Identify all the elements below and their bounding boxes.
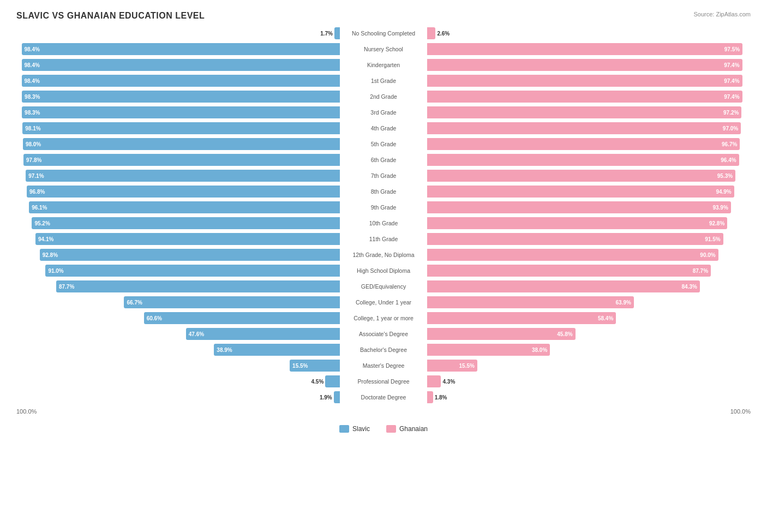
slavic-value: 95.2% xyxy=(32,220,50,226)
slavic-value: 38.9% xyxy=(214,347,232,353)
slavic-value: 98.4% xyxy=(22,46,40,52)
slavic-bar: 95.2% xyxy=(32,217,340,229)
legend: Slavic Ghanaian xyxy=(16,425,751,433)
bar-row: 98.0%5th Grade96.7% xyxy=(16,137,751,151)
slavic-value: 1.9% xyxy=(320,394,332,401)
ghanaian-bar: 97.2% xyxy=(427,106,741,118)
bar-row: 94.1%11th Grade91.5% xyxy=(16,232,751,246)
ghanaian-bar: 2.6% xyxy=(427,27,435,39)
slavic-value: 98.4% xyxy=(22,62,40,68)
ghanaian-bar: 94.9% xyxy=(427,186,734,198)
slavic-bar: 66.7% xyxy=(124,296,340,308)
slavic-bar: 98.1% xyxy=(22,122,340,134)
ghanaian-value: 38.0% xyxy=(532,347,550,353)
source-text: Source: ZipAtlas.com xyxy=(693,11,751,17)
ghanaian-value: 97.5% xyxy=(724,46,742,52)
slavic-value: 98.1% xyxy=(22,125,40,131)
ghanaian-bar: 63.9% xyxy=(427,296,634,308)
bar-label: 10th Grade xyxy=(340,220,427,226)
legend-slavic-box xyxy=(339,425,349,433)
slavic-bar: 98.4% xyxy=(22,59,340,71)
slavic-bar: 87.7% xyxy=(56,280,340,292)
slavic-bar: 91.0% xyxy=(45,265,340,277)
bar-row: 98.4%Nursery School97.5% xyxy=(16,42,751,56)
bar-label: 5th Grade xyxy=(340,141,427,147)
ghanaian-bar: 1.8% xyxy=(427,391,433,403)
slavic-bar: 38.9% xyxy=(214,344,340,356)
slavic-value: 15.5% xyxy=(290,363,308,369)
ghanaian-value: 63.9% xyxy=(616,300,634,306)
bar-label: Master's Degree xyxy=(340,362,427,369)
bar-row: 66.7%College, Under 1 year63.9% xyxy=(16,295,751,309)
bar-label: 11th Grade xyxy=(340,236,427,242)
bar-label: No Schooling Completed xyxy=(340,30,427,37)
bars-area: 1.7%No Schooling Completed2.6%98.4%Nurse… xyxy=(16,26,751,404)
legend-slavic-label: Slavic xyxy=(352,425,370,433)
slavic-bar: 1.7% xyxy=(334,27,340,39)
ghanaian-value: 93.9% xyxy=(712,205,730,211)
bar-row: 95.2%10th Grade92.8% xyxy=(16,216,751,230)
slavic-bar: 97.1% xyxy=(26,170,340,182)
slavic-bar: 98.4% xyxy=(22,75,340,87)
bar-label: 9th Grade xyxy=(340,204,427,211)
slavic-value: 66.7% xyxy=(124,300,142,306)
bar-row: 98.4%Kindergarten97.4% xyxy=(16,58,751,72)
ghanaian-bar: 97.4% xyxy=(427,59,742,71)
bar-label: College, 1 year or more xyxy=(340,315,427,321)
ghanaian-bar: 87.7% xyxy=(427,265,711,277)
slavic-bar: 98.4% xyxy=(22,43,340,55)
slavic-bar: 98.3% xyxy=(22,91,340,103)
slavic-value: 98.3% xyxy=(22,94,40,100)
bar-row: 98.3%2nd Grade97.4% xyxy=(16,89,751,104)
slavic-value: 1.7% xyxy=(320,31,333,37)
ghanaian-value: 96.7% xyxy=(722,141,740,147)
bar-row: 87.7%GED/Equivalency84.3% xyxy=(16,279,751,294)
bar-label: 7th Grade xyxy=(340,172,427,179)
slavic-value: 98.4% xyxy=(22,78,40,84)
ghanaian-bar: 84.3% xyxy=(427,280,700,292)
ghanaian-bar: 58.4% xyxy=(427,312,616,324)
slavic-bar: 4.5% xyxy=(325,375,340,387)
ghanaian-bar: 97.4% xyxy=(427,91,742,103)
ghanaian-value: 97.4% xyxy=(724,94,742,100)
ghanaian-value: 45.8% xyxy=(557,331,575,337)
ghanaian-value: 95.3% xyxy=(717,173,735,179)
ghanaian-value: 94.9% xyxy=(716,189,734,195)
bar-row: 38.9%Bachelor's Degree38.0% xyxy=(16,343,751,357)
bar-label: Kindergarten xyxy=(340,62,427,68)
ghanaian-value: 58.4% xyxy=(598,315,616,321)
bar-label: Bachelor's Degree xyxy=(340,346,427,353)
slavic-bar: 47.6% xyxy=(186,328,340,340)
slavic-bar: 97.8% xyxy=(23,154,340,166)
bar-label: 1st Grade xyxy=(340,77,427,84)
ghanaian-value: 4.3% xyxy=(442,379,455,385)
slavic-bar: 96.8% xyxy=(27,186,340,198)
bar-row: 4.5%Professional Degree4.3% xyxy=(16,374,751,388)
slavic-value: 60.6% xyxy=(144,315,162,321)
bar-label: 6th Grade xyxy=(340,157,427,163)
bar-label: Nursery School xyxy=(340,46,427,52)
legend-ghanaian: Ghanaian xyxy=(386,425,428,433)
slavic-value: 94.1% xyxy=(35,236,53,242)
ghanaian-bar: 96.4% xyxy=(427,154,739,166)
bar-label: Doctorate Degree xyxy=(340,394,427,401)
ghanaian-bar: 91.5% xyxy=(427,233,723,245)
slavic-value: 92.8% xyxy=(40,252,58,258)
bar-row: 91.0%High School Diploma87.7% xyxy=(16,264,751,278)
slavic-bar: 96.1% xyxy=(29,201,340,213)
bar-label: Associate's Degree xyxy=(340,331,427,337)
slavic-bar: 15.5% xyxy=(290,360,340,372)
bar-row: 15.5%Master's Degree15.5% xyxy=(16,358,751,373)
ghanaian-bar: 96.7% xyxy=(427,138,740,150)
slavic-value: 4.5% xyxy=(311,379,324,385)
slavic-value: 96.1% xyxy=(29,205,47,211)
legend-ghanaian-box xyxy=(386,425,396,433)
bar-row: 92.8%12th Grade, No Diploma90.0% xyxy=(16,248,751,262)
slavic-value: 98.3% xyxy=(22,110,40,116)
bar-row: 60.6%College, 1 year or more58.4% xyxy=(16,311,751,325)
bar-row: 98.1%4th Grade97.0% xyxy=(16,121,751,135)
bar-row: 97.8%6th Grade96.4% xyxy=(16,153,751,167)
ghanaian-value: 97.2% xyxy=(723,110,741,116)
slavic-bar: 60.6% xyxy=(144,312,340,324)
slavic-bar: 98.0% xyxy=(23,138,340,150)
